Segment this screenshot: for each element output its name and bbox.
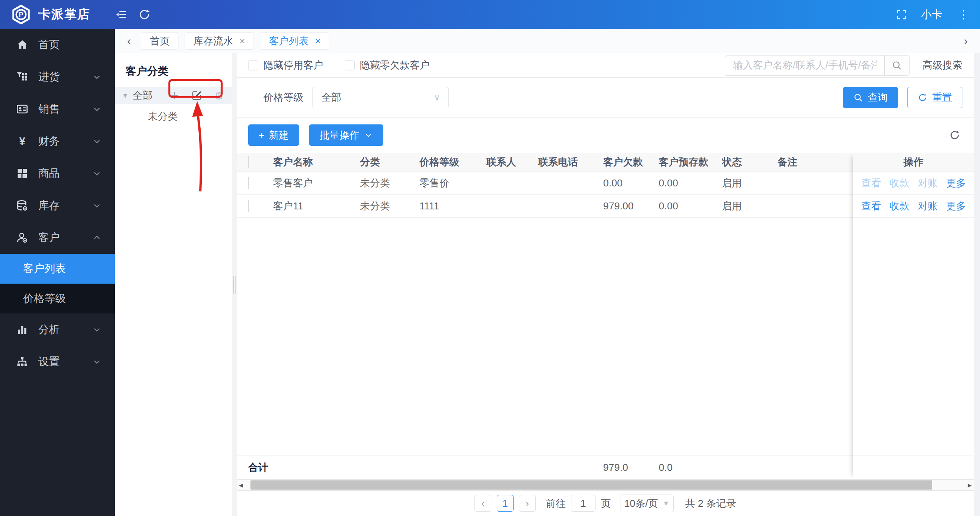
scrollbar-thumb[interactable] (250, 480, 932, 490)
operations-column: 操作 查看 收款 对账 更多 查看 收款 对账 更多 (853, 153, 974, 479)
sidebar-item-price-level[interactable]: 价格等级 (0, 284, 115, 314)
logo-icon: P (11, 4, 31, 25)
sidebar-item-inventory[interactable]: 库存 (0, 189, 115, 222)
price-level-select[interactable]: 全部 ∨ (312, 87, 449, 108)
summary-debt: 979.0 (603, 462, 659, 474)
new-customer-button[interactable]: + 新建 (248, 124, 299, 146)
sales-icon (15, 103, 29, 115)
goto-page-input[interactable] (571, 495, 596, 512)
col-header: 联系电话 (538, 155, 603, 169)
pagination: ‹ 1 › 前往 页 10条/页 ▼ 共 2 条记录 (237, 491, 974, 516)
col-header: 客户名称 (273, 155, 360, 169)
user-name[interactable]: 小卡 (921, 7, 942, 22)
reset-button[interactable]: 重置 (907, 87, 962, 108)
chevron-up-icon (92, 233, 102, 243)
search-icon (853, 93, 863, 103)
tabs-scroll-left-icon[interactable]: ‹ (123, 34, 135, 47)
sidebar-item-home[interactable]: 首页 (0, 29, 115, 61)
goto-label: 前往 (546, 497, 566, 510)
summary-label: 合计 (237, 461, 603, 474)
customer-search-group (725, 55, 910, 76)
collect-link[interactable]: 收款 (890, 199, 910, 213)
next-page-button[interactable]: › (519, 495, 536, 512)
customer-search-input[interactable] (725, 55, 884, 76)
chevron-down-icon (92, 201, 102, 211)
col-header: 客户欠款 (603, 155, 659, 169)
tab-customer-list[interactable]: 客户列表 × (260, 32, 329, 50)
tree-node-uncategorized[interactable]: 未分类 (115, 110, 232, 123)
sidebar-item-purchase[interactable]: 进货 (0, 61, 115, 93)
hide-disabled-customers-group: 隐藏停用客户 (248, 59, 323, 72)
more-link[interactable]: 更多 (946, 199, 966, 213)
customer-category-panel: 客户分类 ▾ 全部 (115, 53, 232, 516)
row-checkbox[interactable] (248, 177, 249, 189)
reset-icon (918, 93, 928, 103)
panel-resize-handle[interactable] (232, 53, 237, 516)
row-operations: 查看 收款 对账 更多 (853, 195, 974, 218)
close-icon[interactable]: × (315, 35, 321, 47)
hide-zero-debt-checkbox[interactable] (345, 60, 355, 70)
more-menu-icon[interactable]: ⋮ (958, 9, 969, 20)
scroll-right-icon[interactable]: ▸ (965, 480, 974, 490)
page-number-button[interactable]: 1 (497, 495, 514, 512)
col-header-operations: 操作 (853, 153, 974, 172)
more-link[interactable]: 更多 (946, 176, 966, 190)
select-all-checkbox[interactable] (248, 156, 249, 168)
chevron-down-icon (92, 325, 102, 335)
delete-category-icon[interactable] (214, 90, 224, 101)
fullscreen-icon[interactable] (895, 8, 908, 21)
reconcile-link[interactable]: 对账 (918, 199, 938, 213)
plus-icon: + (258, 129, 264, 141)
scrollbar-track[interactable] (245, 480, 965, 490)
close-icon[interactable]: × (239, 35, 245, 47)
tabs-scroll-right-icon[interactable]: › (960, 34, 972, 47)
row-checkbox[interactable] (248, 200, 249, 212)
prev-page-button[interactable]: ‹ (474, 495, 491, 512)
edit-category-icon[interactable] (191, 90, 202, 101)
quick-filter-row: 隐藏停用客户 隐藏零欠款客户 (237, 53, 974, 78)
sidebar-item-goods[interactable]: 商品 (0, 157, 115, 189)
sidebar-item-finance[interactable]: ¥ 财务 (0, 125, 115, 157)
hide-disabled-checkbox[interactable] (248, 60, 258, 70)
tree-node-label: 全部 (133, 89, 152, 102)
batch-actions-button[interactable]: 批量操作 (309, 124, 383, 146)
status-badge: 启用 (722, 176, 777, 190)
resize-grip (233, 276, 236, 294)
refresh-page-icon[interactable] (138, 8, 151, 21)
inventory-icon (15, 199, 29, 212)
collect-link[interactable]: 收款 (890, 176, 910, 190)
total-records-label: 共 2 条记录 (685, 497, 736, 510)
col-header: 分类 (360, 155, 419, 169)
scroll-left-icon[interactable]: ◂ (237, 480, 245, 490)
row-operations: 查看 收款 对账 更多 (853, 172, 974, 195)
chevron-down-icon: ∨ (434, 93, 440, 103)
query-button[interactable]: 查询 (843, 87, 898, 108)
sidebar-item-settings[interactable]: 设置 (0, 346, 115, 378)
advanced-search-link[interactable]: 高级搜索 (923, 59, 962, 72)
tab-inventory-flow[interactable]: 库存流水 × (185, 32, 254, 50)
chevron-down-icon (92, 104, 102, 114)
caret-down-icon[interactable]: ▾ (123, 91, 127, 100)
view-link[interactable]: 查看 (861, 199, 881, 213)
sidebar-item-customer-list[interactable]: 客户列表 (0, 254, 115, 284)
page-size-select[interactable]: 10条/页 ▼ (620, 495, 674, 512)
sidebar-item-customer[interactable]: 客户 (0, 222, 115, 254)
settings-icon (15, 356, 29, 368)
collapse-sidebar-icon[interactable] (115, 8, 128, 21)
page-unit-label: 页 (601, 497, 611, 510)
caret-down-icon: ▼ (663, 500, 669, 508)
tab-home[interactable]: 首页 (141, 32, 178, 50)
view-link[interactable]: 查看 (861, 176, 881, 190)
sidebar-item-sales[interactable]: 销售 (0, 93, 115, 125)
chevron-down-icon (92, 168, 102, 178)
operations-summary-spacer (853, 456, 974, 479)
search-button[interactable] (884, 55, 910, 76)
tab-bar: ‹ 首页 库存流水 × 客户列表 × › (115, 29, 980, 53)
reconcile-link[interactable]: 对账 (918, 176, 938, 190)
horizontal-scrollbar[interactable]: ◂ ▸ (237, 479, 974, 491)
add-category-icon[interactable] (169, 90, 180, 101)
tree-node-all[interactable]: ▾ 全部 (115, 87, 232, 104)
sidebar-item-analysis[interactable]: 分析 (0, 314, 115, 346)
col-header: 备注 (777, 155, 853, 169)
refresh-table-icon[interactable] (947, 127, 962, 143)
